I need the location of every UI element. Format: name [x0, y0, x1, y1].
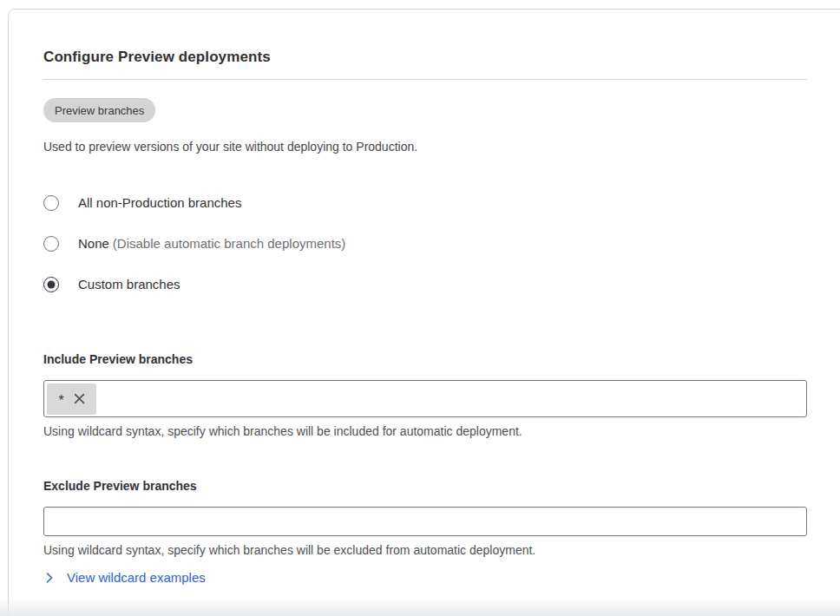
settings-card: Configure Preview deployments Preview br…	[8, 9, 840, 616]
radio-option-custom-branches[interactable]: Custom branches	[43, 276, 807, 293]
include-preview-branches-section: Include Preview branches * Using wildcar…	[43, 352, 807, 439]
radio-option-label: None	[78, 236, 109, 251]
radio-button-icon[interactable]	[43, 277, 59, 292]
exclude-branches-label: Exclude Preview branches	[43, 479, 807, 493]
preview-branches-badge: Preview branches	[43, 98, 155, 122]
section-description: Used to preview versions of your site wi…	[43, 138, 807, 155]
page-title: Configure Preview deployments	[43, 47, 807, 68]
radio-option-label: Custom branches	[78, 277, 180, 292]
exclude-branches-input[interactable]	[43, 507, 807, 536]
radio-option-none[interactable]: None(Disable automatic branch deployment…	[43, 235, 807, 252]
radio-button-icon[interactable]	[43, 236, 59, 252]
exclude-branches-helper-text: Using wildcard syntax, specify which bra…	[43, 542, 807, 558]
tag-value: *	[58, 393, 63, 409]
title-divider	[43, 79, 807, 80]
remove-tag-icon[interactable]	[74, 393, 85, 404]
include-branches-helper-text: Using wildcard syntax, specify which bra…	[43, 423, 807, 439]
branch-deployment-radio-group: All non-Production branches None(Disable…	[43, 194, 807, 293]
radio-option-label: All non-Production branches	[78, 195, 241, 210]
include-branches-input[interactable]: *	[43, 380, 807, 417]
view-wildcard-examples-link[interactable]: View wildcard examples	[43, 570, 206, 585]
radio-option-all-non-production[interactable]: All non-Production branches	[43, 194, 807, 212]
chevron-right-icon	[43, 572, 56, 584]
radio-option-secondary-label: (Disable automatic branch deployments)	[113, 236, 345, 251]
radio-button-icon[interactable]	[43, 195, 59, 211]
exclude-preview-branches-section: Exclude Preview branches Using wildcard …	[43, 479, 807, 558]
wildcard-link-label: View wildcard examples	[67, 570, 206, 585]
branch-tag-chip: *	[47, 383, 96, 415]
include-branches-label: Include Preview branches	[43, 352, 807, 366]
